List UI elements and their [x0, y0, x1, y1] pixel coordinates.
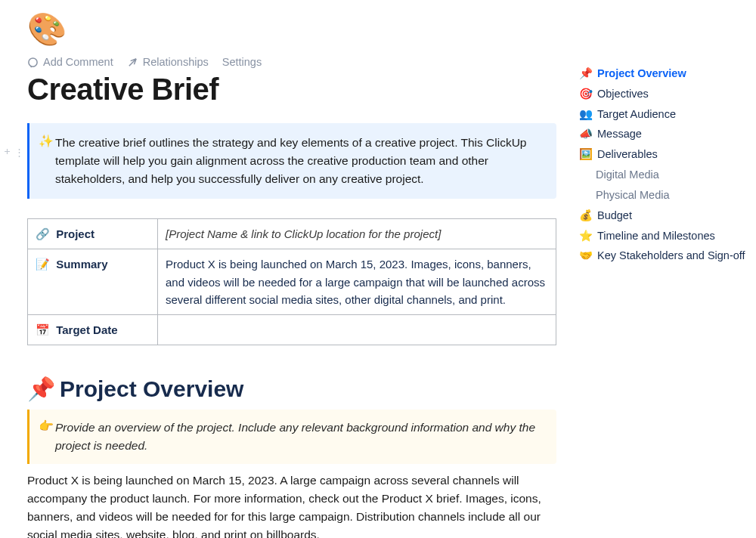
- section-heading-overview[interactable]: 📌 Project Overview: [27, 376, 556, 402]
- calendar-icon: 📅: [36, 323, 50, 336]
- outline-item-project-overview[interactable]: 📌 Project Overview: [579, 63, 748, 84]
- add-comment-button[interactable]: Add Comment: [27, 56, 113, 68]
- outline-item-label: Key Stakeholders and Sign-off: [597, 246, 745, 266]
- document-main: 🎨 Add Comment Relationships Settings Cre…: [27, 0, 556, 538]
- pointing-right-icon: 👉: [37, 419, 55, 455]
- table-row[interactable]: 📅 Target Date: [28, 315, 556, 345]
- sparkles-icon: ✨: [37, 134, 55, 188]
- add-block-icon[interactable]: [3, 147, 11, 158]
- handshake-icon: 🤝: [579, 246, 593, 266]
- comment-icon: [27, 57, 39, 68]
- outline-item-label: Digital Media: [596, 165, 659, 185]
- table-row[interactable]: 🔗 Project [Project Name & link to ClickU…: [28, 219, 556, 249]
- relationships-icon: [127, 57, 138, 68]
- memo-icon: 📝: [36, 258, 50, 271]
- project-value-cell[interactable]: [Project Name & link to ClickUp location…: [158, 219, 556, 249]
- megaphone-icon: 📣: [579, 124, 593, 144]
- outline-item-label: Message: [597, 124, 642, 144]
- outline-item-target-audience[interactable]: 👥 Target Audience: [579, 104, 748, 125]
- outline-item-stakeholders[interactable]: 🤝 Key Stakeholders and Sign-off: [579, 246, 748, 266]
- settings-label: Settings: [222, 56, 262, 68]
- outline-item-label: Physical Media: [596, 185, 670, 206]
- summary-label-cell[interactable]: 📝 Summary: [28, 249, 158, 315]
- outline-item-label: Target Audience: [597, 104, 676, 125]
- project-label-cell[interactable]: 🔗 Project: [28, 219, 158, 249]
- svg-point-0: [29, 57, 37, 66]
- outline-item-label: Objectives: [597, 84, 649, 104]
- outline-item-label: Deliverables: [597, 144, 658, 165]
- target-date-label: Target Date: [56, 323, 117, 336]
- overview-hint-text: Provide an overview of the project. Incl…: [55, 419, 544, 455]
- star-icon: ⭐: [579, 226, 593, 246]
- link-icon: 🔗: [36, 227, 50, 240]
- outline-item-objectives[interactable]: 🎯 Objectives: [579, 84, 748, 104]
- people-icon: 👥: [579, 104, 593, 125]
- outline-item-label: Timeline and Milestones: [597, 226, 715, 246]
- outline-item-budget[interactable]: 💰 Budget: [579, 206, 748, 226]
- pushpin-icon: 📌: [27, 376, 55, 402]
- section-heading-text: Project Overview: [60, 376, 243, 402]
- page-toolbar: Add Comment Relationships Settings: [27, 56, 556, 68]
- summary-label: Summary: [56, 258, 107, 271]
- target-date-label-cell[interactable]: 📅 Target Date: [28, 315, 158, 345]
- project-value: [Project Name & link to ClickUp location…: [166, 227, 441, 240]
- outline-item-label: Project Overview: [597, 63, 686, 84]
- outline-item-digital-media[interactable]: Digital Media: [579, 165, 748, 185]
- intro-callout[interactable]: ✨ The creative brief outlines the strate…: [27, 123, 556, 199]
- page-icon[interactable]: 🎨: [27, 14, 556, 45]
- picture-icon: 🖼️: [579, 144, 593, 165]
- outline-item-label: Budget: [597, 206, 632, 226]
- relationships-button[interactable]: Relationships: [127, 56, 209, 68]
- outline-item-message[interactable]: 📣 Message: [579, 124, 748, 144]
- page-title[interactable]: Creative Brief: [27, 73, 556, 107]
- summary-value: Product X is being launched on March 15,…: [166, 258, 545, 306]
- outline-item-deliverables[interactable]: 🖼️ Deliverables: [579, 144, 748, 165]
- relationships-label: Relationships: [143, 56, 209, 68]
- document-outline: 📌 Project Overview 🎯 Objectives 👥 Target…: [579, 63, 748, 266]
- outline-item-physical-media[interactable]: Physical Media: [579, 185, 748, 206]
- target-icon: 🎯: [579, 84, 593, 104]
- project-label: Project: [56, 227, 94, 240]
- overview-hint[interactable]: 👉 Provide an overview of the project. In…: [27, 410, 556, 464]
- outline-item-timeline[interactable]: ⭐ Timeline and Milestones: [579, 226, 748, 246]
- settings-button[interactable]: Settings: [222, 56, 262, 68]
- target-date-value-cell[interactable]: [158, 315, 556, 345]
- summary-value-cell[interactable]: Product X is being launched on March 15,…: [158, 249, 556, 315]
- add-comment-label: Add Comment: [43, 56, 113, 68]
- info-table[interactable]: 🔗 Project [Project Name & link to ClickU…: [27, 218, 556, 345]
- pushpin-icon: 📌: [579, 63, 593, 84]
- overview-body[interactable]: Product X is being launched on March 15,…: [27, 472, 556, 538]
- intro-callout-text: The creative brief outlines the strategy…: [55, 134, 544, 188]
- moneybag-icon: 💰: [579, 206, 593, 226]
- table-row[interactable]: 📝 Summary Product X is being launched on…: [28, 249, 556, 315]
